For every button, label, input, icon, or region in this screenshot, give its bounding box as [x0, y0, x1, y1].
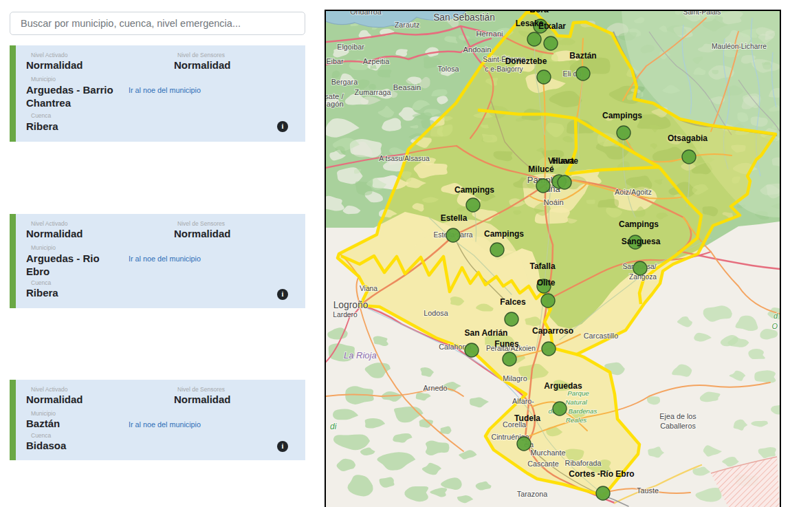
svg-text:La Rioja: La Rioja [344, 350, 377, 360]
svg-text:Cortes -Río Ebro: Cortes -Río Ebro [569, 469, 634, 479]
svg-text:Tafalla: Tafalla [529, 261, 555, 271]
svg-text:Ejea de los: Ejea de los [659, 412, 696, 420]
svg-text:Lodosa: Lodosa [424, 309, 448, 317]
svg-text:Campings: Campings [602, 111, 642, 120]
svg-text:Reales: Reales [566, 416, 587, 424]
svg-text:Baztán: Baztán [569, 51, 596, 61]
svg-text:San Adrián: San Adrián [465, 328, 508, 338]
svg-text:Funes: Funes [494, 339, 519, 349]
svg-text:Tolosa: Tolosa [437, 65, 459, 73]
svg-text:Murchante: Murchante [530, 449, 565, 457]
svg-text:Alfaro-: Alfaro- [512, 397, 534, 405]
svg-text:Saint-Palais: Saint-Palais [683, 11, 721, 16]
svg-text:Estella: Estella [441, 213, 468, 223]
svg-text:Aoiz/Agoitz: Aoiz/Agoitz [615, 188, 652, 196]
svg-text:ondragón: ondragón [326, 100, 344, 108]
svg-text:Cascante: Cascante [527, 460, 559, 468]
svg-text:Natural: Natural [565, 398, 587, 406]
svg-text:San Sebastián: San Sebastián [433, 12, 495, 23]
svg-text:Ondarroa: Ondarroa [350, 11, 382, 16]
svg-text:Otsagabia: Otsagabia [668, 133, 707, 143]
svg-text:Mauléon-Licharre: Mauléon-Licharre [712, 43, 767, 50]
svg-text:d: d [773, 312, 778, 320]
svg-text:Arguedas: Arguedas [544, 381, 582, 391]
svg-text:Eibar: Eibar [326, 57, 344, 65]
svg-text:Milagro: Milagro [503, 374, 527, 382]
svg-text:Lardero: Lardero [333, 311, 358, 319]
svg-text:Falces: Falces [500, 297, 526, 307]
svg-text:Andoain: Andoain [463, 45, 491, 54]
svg-text:A tsasu/Alsasua: A tsasu/Alsasua [379, 155, 430, 162]
svg-text:Sanguesa: Sanguesa [622, 237, 661, 246]
svg-text:Tarazona: Tarazona [517, 490, 547, 498]
svg-text:Milucé: Milucé [528, 164, 554, 174]
svg-text:Elgoibar: Elgoibar [337, 43, 364, 51]
svg-text:Caparroso: Caparroso [532, 326, 573, 336]
svg-text:Huarte: Huarte [552, 156, 578, 166]
svg-text:Carcastillo: Carcastillo [584, 332, 618, 340]
svg-text:Etxalar: Etxalar [538, 21, 566, 31]
svg-text:c e-Baigorry: c e-Baigorry [485, 65, 523, 73]
svg-text:Caballeros: Caballeros [660, 422, 696, 430]
svg-text:Tudela: Tudela [514, 413, 540, 423]
svg-text:Noáin: Noáin [543, 198, 563, 206]
svg-text:Azpeitia: Azpeitia [363, 57, 389, 65]
svg-text:Bora: Bora [529, 11, 549, 14]
svg-text:Campings: Campings [454, 185, 494, 195]
svg-text:Tauste: Tauste [637, 486, 659, 495]
svg-text:Zarautz: Zarautz [395, 21, 420, 29]
svg-text:Bergara: Bergara [331, 78, 358, 86]
svg-text:Ribaforada: Ribaforada [565, 459, 602, 467]
svg-text:Hernani: Hernani [476, 30, 503, 38]
svg-text:di: di [330, 422, 337, 431]
svg-text:Campings: Campings [484, 229, 524, 239]
svg-text:Olite: Olite [537, 278, 556, 288]
svg-text:Campings: Campings [619, 219, 659, 229]
svg-text:Logroño: Logroño [333, 300, 369, 310]
svg-text:Zumarraga: Zumarraga [355, 88, 391, 96]
svg-text:Doneztebe: Doneztebe [505, 56, 547, 66]
svg-text:Beasain: Beasain [393, 83, 421, 91]
svg-text:Arnedo: Arnedo [424, 384, 448, 392]
svg-text:O: O [771, 322, 778, 330]
svg-text:Viana: Viana [360, 285, 377, 292]
